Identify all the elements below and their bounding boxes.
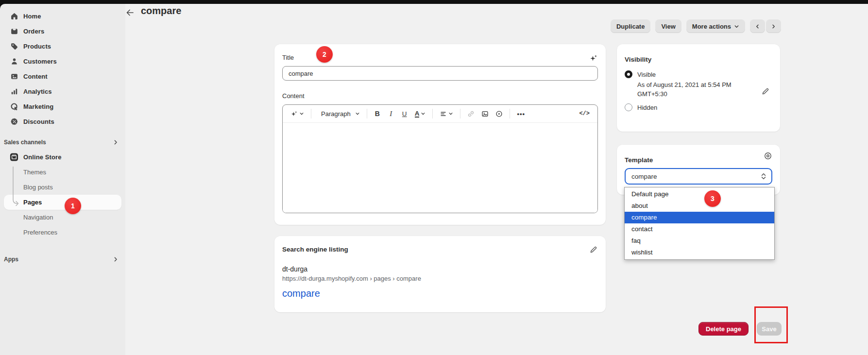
view-button[interactable]: View: [655, 19, 681, 33]
sidebar-item-label: Customers: [23, 58, 57, 65]
sidebar-item-label: Navigation: [23, 214, 53, 221]
sidebar-item-discounts[interactable]: Discounts: [4, 114, 121, 129]
back-button[interactable]: [125, 8, 135, 17]
title-input[interactable]: [282, 66, 598, 81]
template-dropdown-list: Default page about compare contact faq w…: [624, 187, 775, 260]
delete-page-button[interactable]: Delete page: [698, 322, 749, 336]
sidebar-item-label: Home: [23, 13, 41, 20]
hidden-label: Hidden: [637, 104, 657, 111]
orders-icon: [10, 27, 18, 36]
italic-button[interactable]: I: [385, 107, 397, 120]
link-icon: [467, 110, 475, 118]
sidebar-item-online-store[interactable]: Online Store: [4, 150, 121, 165]
text-color-button[interactable]: A: [412, 107, 429, 120]
products-icon: [10, 42, 18, 51]
edit-visibility-pencil-icon[interactable]: [761, 87, 769, 96]
seo-page-link[interactable]: compare: [282, 288, 320, 299]
magic-ai-button[interactable]: [288, 107, 307, 120]
next-page-button[interactable]: [766, 19, 781, 33]
customers-icon: [10, 57, 18, 66]
toolbar-divider: [460, 109, 460, 118]
template-heading: Template: [625, 156, 772, 164]
sidebar-item-orders[interactable]: Orders: [4, 24, 121, 39]
alignment-button[interactable]: [437, 107, 456, 120]
apps-header[interactable]: Apps: [4, 252, 121, 267]
annotation-badge-3: 3: [704, 190, 721, 207]
paragraph-style-dropdown[interactable]: Paragraph: [315, 107, 363, 120]
duplicate-label: Duplicate: [616, 23, 645, 30]
dropdown-option-contact[interactable]: contact: [625, 223, 774, 235]
page-title: compare: [141, 5, 181, 17]
chevron-right-icon: [113, 139, 119, 145]
dropdown-option-default-page[interactable]: Default page: [625, 188, 774, 200]
sidebar-item-label: Online Store: [23, 153, 62, 161]
annotation-badge-2: 2: [316, 46, 333, 63]
sidebar-item-marketing[interactable]: Marketing: [4, 99, 121, 114]
bold-button[interactable]: B: [371, 107, 384, 120]
chevron-right-icon: [113, 256, 119, 262]
more-actions-button[interactable]: More actions: [686, 19, 745, 33]
visibility-card: Visibility Visible As of August 21, 2021…: [617, 44, 780, 132]
sidebar-item-products[interactable]: Products: [4, 39, 121, 54]
sidebar-item-themes[interactable]: Themes: [4, 165, 121, 180]
view-label: View: [661, 23, 675, 30]
sidebar: Home Orders Products Customers Content: [0, 4, 125, 355]
sales-channels-header[interactable]: Sales channels: [4, 135, 121, 150]
seo-card-heading: Search engine listing: [282, 246, 598, 254]
dropdown-option-wishlist[interactable]: wishlist: [625, 247, 774, 258]
sidebar-item-content[interactable]: Content: [4, 69, 121, 84]
toolbar-divider: [311, 109, 311, 118]
sidebar-item-home[interactable]: Home: [4, 9, 121, 24]
image-icon: [481, 110, 489, 118]
visibility-heading: Visibility: [625, 56, 772, 64]
chevron-down-icon: [355, 111, 360, 116]
play-circle-icon: [495, 110, 503, 118]
online-store-icon: [10, 153, 18, 162]
analytics-icon: [10, 87, 18, 96]
magic-sparkle-icon[interactable]: [589, 54, 598, 63]
editor-text-area[interactable]: [283, 123, 597, 213]
sidebar-item-navigation[interactable]: Navigation: [4, 210, 121, 225]
sidebar-item-customers[interactable]: Customers: [4, 54, 121, 69]
insert-link-button[interactable]: [464, 107, 477, 120]
dropdown-option-compare[interactable]: compare: [625, 212, 774, 223]
apps-label: Apps: [4, 256, 18, 263]
dropdown-option-faq[interactable]: faq: [625, 235, 774, 247]
sidebar-item-blog-posts[interactable]: Blog posts: [4, 180, 121, 195]
sidebar-item-label: Preferences: [23, 229, 57, 236]
toolbar-divider: [432, 109, 433, 118]
dropdown-option-about[interactable]: about: [625, 200, 774, 212]
title-content-card: Title Content Paragraph B I U A: [274, 44, 606, 225]
home-icon: [10, 12, 18, 21]
sidebar-item-preferences[interactable]: Preferences: [4, 225, 121, 240]
sidebar-item-label: Marketing: [23, 103, 53, 110]
magic-sparkle-icon: [290, 110, 298, 118]
view-eye-icon[interactable]: [764, 152, 772, 160]
hidden-radio[interactable]: [625, 103, 632, 111]
duplicate-button[interactable]: Duplicate: [611, 19, 651, 33]
sidebar-item-analytics[interactable]: Analytics: [4, 84, 121, 99]
chevron-down-icon: [734, 24, 739, 29]
visible-radio[interactable]: [625, 70, 632, 78]
insert-image-button[interactable]: [478, 107, 492, 120]
marketing-icon: [10, 102, 18, 111]
save-button[interactable]: Save: [757, 322, 782, 336]
chevron-down-icon: [448, 111, 453, 116]
previous-page-button[interactable]: [750, 19, 765, 33]
edit-pencil-icon[interactable]: [589, 246, 598, 254]
template-select[interactable]: compare: [625, 168, 772, 185]
visible-label: Visible: [637, 71, 656, 78]
discounts-icon: [10, 118, 18, 126]
admin-app: Home Orders Products Customers Content: [0, 4, 868, 355]
more-formatting-button[interactable]: •••: [514, 107, 528, 120]
align-left-icon: [440, 110, 447, 118]
editor-toolbar: Paragraph B I U A: [283, 105, 597, 123]
select-updown-icon: [761, 173, 766, 180]
sidebar-item-label: Orders: [23, 28, 44, 35]
sidebar-item-pages[interactable]: Pages: [4, 195, 121, 210]
chevron-down-icon: [299, 111, 304, 116]
visible-since-text: As of August 21, 2021 at 5:54 PM GMT+5:3…: [637, 80, 753, 99]
underline-button[interactable]: U: [398, 107, 411, 120]
insert-video-button[interactable]: [493, 107, 506, 120]
show-html-button[interactable]: </>: [576, 107, 593, 120]
